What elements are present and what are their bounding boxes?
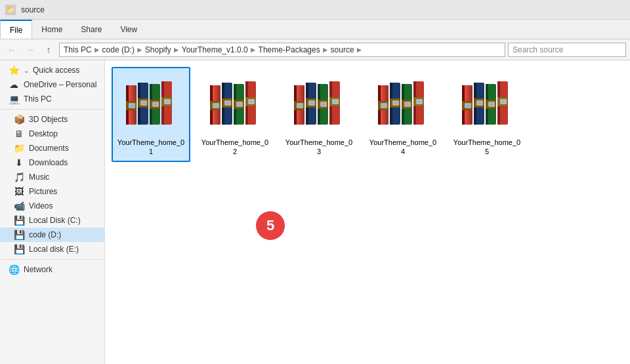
svg-rect-57 bbox=[322, 103, 326, 106]
cloud-icon: ☁ bbox=[8, 79, 20, 90]
main-layout: ⭐ ⌄ Quick access ☁ OneDrive – Personal 💻… bbox=[0, 60, 630, 364]
file-area: YourTheme_home_01 bbox=[105, 60, 630, 364]
ribbon-tab-home[interactable]: Home bbox=[32, 20, 72, 39]
svg-rect-104 bbox=[501, 100, 505, 103]
sidebar-item-pictures[interactable]: 🖼 Pictures bbox=[0, 184, 104, 199]
sidebar-item-local-e[interactable]: 💾 Local disk (E:) bbox=[0, 242, 104, 256]
path-source: source bbox=[331, 45, 354, 54]
file-item-1[interactable]: YourTheme_home_01 bbox=[112, 67, 190, 162]
file-label: YourTheme_home_05 bbox=[453, 138, 521, 157]
svg-rect-94 bbox=[478, 102, 482, 104]
file-icon-wrapper bbox=[371, 72, 434, 135]
path-code-d: code (D:) bbox=[102, 45, 135, 54]
file-label: YourTheme_home_01 bbox=[117, 138, 185, 157]
sidebar-label-code-d: code (D:) bbox=[29, 230, 61, 239]
address-bar: ← → ↑ This PC ► code (D:) ► Shopify ► Yo… bbox=[0, 39, 630, 60]
window-controls[interactable]: 📁 bbox=[5, 5, 16, 15]
sidebar-label-documents: Documents bbox=[29, 144, 69, 153]
sidebar-divider-2 bbox=[0, 259, 104, 260]
sidebar-item-onedrive[interactable]: ☁ OneDrive – Personal bbox=[0, 77, 104, 92]
path-shopify: Shopify bbox=[145, 45, 171, 54]
disk-c-icon: 💾 bbox=[13, 215, 25, 226]
sidebar-item-local-c[interactable]: 💾 Local Disk (C:) bbox=[0, 213, 104, 228]
forward-button[interactable]: → bbox=[22, 42, 38, 58]
sidebar-divider-1 bbox=[0, 109, 104, 110]
sidebar-label-pictures: Pictures bbox=[29, 187, 57, 196]
path-sep-5: ► bbox=[322, 45, 329, 54]
file-icon-wrapper bbox=[455, 72, 518, 135]
svg-rect-20 bbox=[165, 100, 169, 103]
sidebar-item-network[interactable]: 🌐 Network bbox=[0, 262, 104, 277]
path-sep-1: ► bbox=[93, 45, 101, 54]
file-label: YourTheme_home_03 bbox=[285, 138, 353, 157]
file-label: YourTheme_home_02 bbox=[201, 138, 269, 157]
svg-rect-73 bbox=[394, 102, 398, 104]
sidebar-label-quick-access: Quick access bbox=[33, 66, 79, 75]
svg-rect-78 bbox=[406, 103, 410, 106]
sidebar-label-local-c: Local Disk (C:) bbox=[29, 216, 81, 225]
path-packages: Theme-Packages bbox=[259, 45, 320, 54]
ribbon: File Home Share View bbox=[0, 20, 630, 39]
svg-rect-5 bbox=[130, 104, 134, 107]
sidebar-item-3d-objects[interactable]: 📦 3D Objects bbox=[0, 112, 104, 127]
address-path[interactable]: This PC ► code (D:) ► Shopify ► YourThem… bbox=[59, 43, 505, 57]
path-sep-6: ► bbox=[356, 45, 364, 54]
annotation-count: 5 bbox=[256, 211, 285, 240]
svg-rect-10 bbox=[142, 102, 146, 104]
file-item-3[interactable]: YourTheme_home_03 bbox=[280, 67, 358, 162]
sidebar-label-videos: Videos bbox=[29, 201, 52, 211]
path-sep-3: ► bbox=[173, 45, 180, 54]
search-placeholder: Search source bbox=[513, 45, 563, 54]
sidebar: ⭐ ⌄ Quick access ☁ OneDrive – Personal 💻… bbox=[0, 60, 105, 364]
downloads-icon: ⬇ bbox=[13, 157, 25, 168]
desktop-icon: 🖥 bbox=[13, 129, 25, 139]
documents-icon: 📁 bbox=[13, 143, 25, 153]
sidebar-item-quick-access[interactable]: ⭐ ⌄ Quick access bbox=[0, 63, 104, 77]
sidebar-item-documents[interactable]: 📁 Documents bbox=[0, 141, 104, 155]
svg-rect-47 bbox=[298, 104, 302, 107]
svg-rect-41 bbox=[249, 100, 253, 103]
file-label: YourTheme_home_04 bbox=[369, 138, 437, 157]
ribbon-tab-share[interactable]: Share bbox=[72, 20, 111, 39]
sidebar-item-downloads[interactable]: ⬇ Downloads bbox=[0, 155, 104, 170]
svg-rect-26 bbox=[214, 104, 218, 107]
videos-icon: 📹 bbox=[13, 201, 25, 211]
search-box[interactable]: Search source bbox=[508, 43, 626, 57]
computer-icon: 💻 bbox=[8, 94, 20, 104]
svg-rect-89 bbox=[466, 104, 470, 107]
back-button[interactable]: ← bbox=[4, 42, 20, 58]
sidebar-label-desktop: Desktop bbox=[29, 129, 58, 138]
sidebar-label-network: Network bbox=[24, 265, 52, 274]
svg-rect-99 bbox=[490, 103, 494, 106]
sidebar-item-videos[interactable]: 📹 Videos bbox=[0, 199, 104, 213]
title-bar: 📁 source bbox=[0, 0, 630, 20]
sidebar-item-desktop[interactable]: 🖥 Desktop bbox=[0, 127, 104, 141]
sidebar-label-music: Music bbox=[29, 172, 49, 182]
path-this-pc: This PC bbox=[64, 45, 92, 54]
file-item-2[interactable]: YourTheme_home_02 bbox=[196, 67, 274, 162]
file-item-4[interactable]: YourTheme_home_04 bbox=[364, 67, 442, 162]
sidebar-item-music[interactable]: 🎵 Music bbox=[0, 170, 104, 184]
sidebar-label-local-e: Local disk (E:) bbox=[29, 245, 79, 254]
disk-d-icon: 💾 bbox=[13, 230, 25, 240]
up-button[interactable]: ↑ bbox=[41, 42, 56, 58]
path-sep-4: ► bbox=[249, 45, 257, 54]
sidebar-label-downloads: Downloads bbox=[29, 158, 68, 167]
svg-rect-83 bbox=[417, 100, 421, 103]
disk-e-icon: 💾 bbox=[13, 244, 25, 254]
ribbon-tab-view[interactable]: View bbox=[111, 20, 146, 39]
svg-rect-62 bbox=[333, 100, 337, 103]
file-icon-wrapper bbox=[203, 72, 266, 135]
svg-rect-36 bbox=[238, 103, 242, 106]
sidebar-item-this-pc[interactable]: 💻 This PC bbox=[0, 92, 104, 106]
file-grid: YourTheme_home_01 bbox=[112, 67, 623, 162]
window-title: source bbox=[21, 5, 45, 14]
star-icon: ⭐ bbox=[8, 65, 20, 75]
music-icon: 🎵 bbox=[13, 172, 25, 182]
3d-icon: 📦 bbox=[13, 114, 25, 125]
path-sep-2: ► bbox=[136, 45, 144, 54]
ribbon-tab-file[interactable]: File bbox=[0, 20, 32, 39]
file-item-5[interactable]: YourTheme_home_05 bbox=[448, 67, 526, 162]
sidebar-item-code-d[interactable]: 💾 code (D:) bbox=[0, 228, 104, 242]
file-icon-wrapper bbox=[287, 72, 350, 135]
